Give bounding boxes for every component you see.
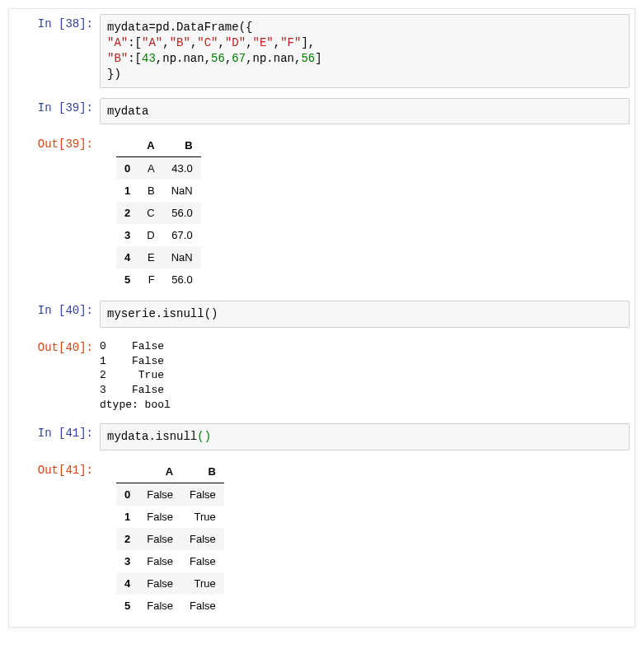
code-token: nan [274,52,294,65]
table-row: 4FalseTrue [116,572,224,595]
code-input-40[interactable]: myserie.isnull() [100,301,630,328]
table-column-header: A [138,460,181,483]
code-token: "B" [170,36,190,49]
table-corner [116,460,138,483]
table-cell: False [181,595,224,617]
code-token: np [253,52,267,65]
code-token: :[ [128,52,142,65]
code-token: , [162,36,169,49]
code-token: "D" [225,36,246,49]
code-token: }) [107,68,121,81]
table-cell: 56.0 [163,202,201,224]
table-cell: False [138,572,181,595]
table-index: 3 [116,550,138,572]
code-token: () [204,307,218,320]
code-token: isnull [162,307,204,320]
table-index: 1 [116,180,138,202]
code-token: "B" [107,52,128,65]
code-input-41[interactable]: mydata.isnull() [100,423,630,450]
table-cell: A [138,157,162,180]
table-row: 5F56.0 [116,268,201,291]
code-input-38[interactable]: mydata=pd.DataFrame({ "A":["A","B","C","… [100,14,630,88]
table-index: 4 [116,246,138,268]
table-cell: False [181,483,224,506]
table-row: 5FalseFalse [116,595,224,617]
code-token: , [156,52,162,65]
dataframe-output-39: AB0A43.01BNaN2C56.03D67.04ENaN5F56.0 [100,134,635,291]
code-token: :[ [128,36,142,49]
code-token: 43 [142,52,156,65]
table-cell: 43.0 [163,157,201,180]
in-prompt-39: In [39]: [9,98,100,114]
table-cell: 56.0 [163,268,201,291]
table-cell: E [138,246,162,268]
code-token: mydata [107,105,148,118]
out-prompt-40: Out[40]: [9,338,100,354]
code-token: nan [183,52,204,65]
code-input-39[interactable]: mydata [100,98,630,125]
code-token: np [162,52,176,65]
table-cell: 67.0 [163,224,201,246]
out-prompt-41: Out[41]: [9,460,100,477]
table-cell: False [138,483,181,506]
cell-39-output: Out[39]: AB0A43.01BNaN2C56.03D67.04ENaN5… [9,129,635,296]
table-cell: D [138,224,162,246]
code-token: , [274,36,280,49]
table-index: 3 [116,224,138,246]
table-cell: False [138,528,181,550]
code-token: "F" [280,36,301,49]
table-index: 2 [116,202,138,224]
table-cell: NaN [163,246,201,268]
table-row: 0A43.0 [116,157,201,180]
code-token: . [148,430,155,443]
cell-41-output: Out[41]: AB0FalseFalse1FalseTrue2FalseFa… [9,455,635,622]
code-token: DataFrame [176,21,239,34]
out-prompt-39: Out[39]: [9,134,100,151]
code-token: mydata [107,21,148,34]
code-token: ] [315,52,321,65]
table-row: 3FalseFalse [116,550,224,572]
table-row: 1BNaN [116,180,201,202]
table-index: 5 [116,595,138,617]
cell-39-input: In [39]: mydata [9,93,635,130]
code-token: . [170,21,176,34]
code-token: . [266,52,273,65]
code-token: , [246,52,252,65]
cell-41-input: In [41]: mydata.isnull() [9,418,635,455]
code-token: ], [301,36,315,49]
code-token: "C" [197,36,218,49]
dataframe-output-41: AB0FalseFalse1FalseTrue2FalseFalse3False… [100,460,635,617]
table-column-header: A [138,134,162,157]
code-token: mydata [107,430,148,443]
table-index: 0 [116,483,138,506]
table-row: 2FalseFalse [116,528,224,550]
table-cell: True [181,506,224,528]
table-row: 2C56.0 [116,202,201,224]
dataframe-table-41: AB0FalseFalse1FalseTrue2FalseFalse3False… [116,460,224,617]
table-index: 2 [116,528,138,550]
code-token: "A" [107,36,128,49]
table-index: 0 [116,157,138,180]
table-row: 0FalseFalse [116,483,224,506]
table-cell: False [181,528,224,550]
code-token: , [204,52,211,65]
code-token: ({ [239,21,253,34]
table-cell: NaN [163,180,201,202]
in-prompt-40: In [40]: [9,301,100,317]
code-token: isnull [156,430,197,443]
table-cell: C [138,202,162,224]
code-token: . [156,307,162,320]
notebook-container: In [38]: mydata=pd.DataFrame({ "A":["A",… [8,8,635,628]
table-row: 3D67.0 [116,224,201,246]
code-token: 56 [301,52,315,65]
cell-40-output: Out[40]: 0 False 1 False 2 True 3 False … [9,333,635,418]
text-output-40: 0 False 1 False 2 True 3 False dtype: bo… [100,338,635,413]
table-cell: B [138,180,162,202]
code-token: "A" [142,36,162,49]
code-token: , [246,36,252,49]
in-prompt-41: In [41]: [9,423,100,440]
table-cell: False [138,506,181,528]
table-cell: False [138,550,181,572]
code-token: pd [156,21,170,34]
table-index: 5 [116,268,138,291]
